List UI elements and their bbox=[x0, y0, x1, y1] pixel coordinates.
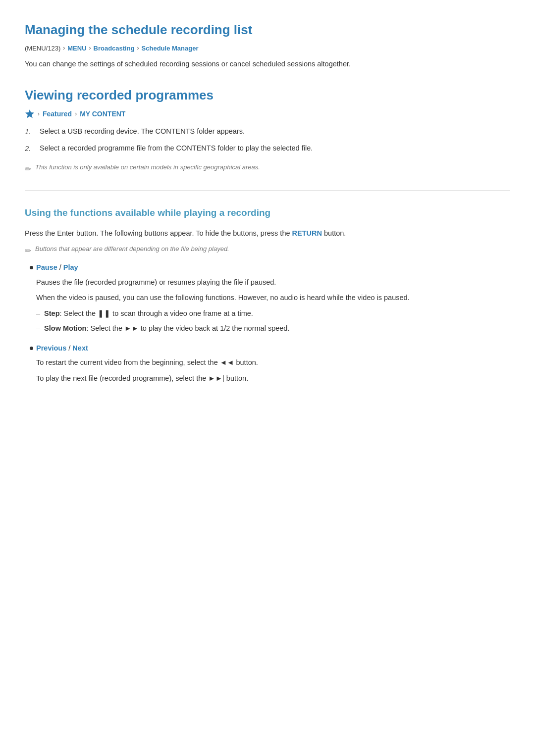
featured-link[interactable]: Featured bbox=[43, 108, 72, 119]
return-highlight: RETURN bbox=[292, 229, 322, 237]
steps-list: 1. Select a USB recording device. The CO… bbox=[25, 126, 510, 154]
pause-link[interactable]: Pause bbox=[36, 263, 57, 271]
breadcrumb-arrow1: › bbox=[63, 44, 65, 53]
play-link[interactable]: Play bbox=[63, 263, 78, 271]
slowmotion-term: Slow Motion bbox=[44, 324, 86, 332]
bullet-dot-2 bbox=[30, 347, 33, 350]
functions-section: Using the functions available while play… bbox=[25, 205, 510, 385]
sub-step-text: Step: Select the ❚❚ to scan through a vi… bbox=[44, 308, 253, 320]
step-1-number: 1. bbox=[25, 126, 34, 138]
breadcrumb-arrow3: › bbox=[137, 44, 139, 53]
section2-arrow1: › bbox=[38, 109, 40, 119]
pause-play-header: Pause / Play bbox=[30, 262, 510, 273]
my-content-link[interactable]: MY CONTENT bbox=[80, 108, 125, 119]
step-2: 2. Select a recorded programme file from… bbox=[25, 143, 510, 154]
sub-dash-1: – bbox=[36, 308, 40, 320]
slowmotion-desc: : Select the ►► to play the video back a… bbox=[86, 324, 289, 332]
sub-bullets-list: – Step: Select the ❚❚ to scan through a … bbox=[36, 308, 510, 335]
pause-play-desc2: When the video is paused, you can use th… bbox=[36, 292, 510, 304]
breadcrumb: (MENU/123) › MENU › Broadcasting › Sched… bbox=[25, 44, 510, 54]
sub-slowmotion-item: – Slow Motion: Select the ►► to play the… bbox=[36, 323, 510, 335]
press-enter-paragraph: Press the Enter button. The following bu… bbox=[25, 228, 510, 239]
press-enter-suffix: button. bbox=[322, 229, 346, 237]
svg-marker-0 bbox=[25, 109, 34, 118]
previous-next-desc1: To restart the current video from the be… bbox=[36, 357, 510, 369]
pencil-icon: ✏ bbox=[25, 163, 31, 176]
note-1-text: This function is only available on certa… bbox=[35, 162, 260, 173]
breadcrumb-menu-link[interactable]: MENU bbox=[67, 44, 86, 54]
section3-title: Using the functions available while play… bbox=[25, 205, 510, 220]
viewing-section: Viewing recorded programmes › Featured ›… bbox=[25, 85, 510, 176]
sub-step-item: – Step: Select the ❚❚ to scan through a … bbox=[36, 308, 510, 320]
breadcrumb-broadcasting-link[interactable]: Broadcasting bbox=[94, 44, 135, 54]
main-description: You can change the settings of scheduled… bbox=[25, 58, 510, 70]
section-divider bbox=[25, 190, 510, 191]
sub-slowmotion-text: Slow Motion: Select the ►► to play the v… bbox=[44, 323, 289, 335]
breadcrumb-schedule-link[interactable]: Schedule Manager bbox=[142, 44, 199, 54]
note-2-row: ✏ Buttons that appear are different depe… bbox=[25, 244, 510, 257]
bullet-dot-1 bbox=[30, 266, 33, 269]
previous-next-header: Previous / Next bbox=[30, 343, 510, 354]
section2-arrow2: › bbox=[75, 109, 77, 119]
step-2-text: Select a recorded programme file from th… bbox=[40, 143, 313, 154]
previous-next-desc2: To play the next file (recorded programm… bbox=[36, 373, 510, 385]
previous-link[interactable]: Previous bbox=[36, 344, 66, 352]
step-desc: : Select the ❚❚ to scan through a video … bbox=[60, 309, 253, 317]
note-2-text: Buttons that appear are different depend… bbox=[35, 244, 229, 254]
page-title: Managing the schedule recording list bbox=[25, 20, 510, 41]
step-term: Step bbox=[44, 309, 59, 317]
previous-next-item: Previous / Next To restart the current v… bbox=[30, 343, 510, 385]
next-link[interactable]: Next bbox=[72, 344, 88, 352]
pencil-icon-2: ✏ bbox=[25, 245, 31, 257]
note-1-row: ✏ This function is only available on cer… bbox=[25, 162, 510, 176]
pause-play-separator: / bbox=[57, 263, 63, 271]
previous-next-content: To restart the current video from the be… bbox=[36, 357, 510, 385]
step-1: 1. Select a USB recording device. The CO… bbox=[25, 126, 510, 138]
section2-nav: › Featured › MY CONTENT bbox=[25, 108, 510, 119]
star-icon bbox=[25, 109, 35, 119]
breadcrumb-part1: (MENU/123) bbox=[25, 44, 60, 54]
step-2-number: 2. bbox=[25, 143, 34, 154]
sub-dash-2: – bbox=[36, 323, 40, 335]
previous-next-label: Previous / Next bbox=[36, 343, 88, 354]
breadcrumb-arrow2: › bbox=[89, 44, 91, 53]
pause-play-label: Pause / Play bbox=[36, 262, 78, 273]
section2-title: Viewing recorded programmes bbox=[25, 85, 510, 106]
functions-list: Pause / Play Pauses the file (recorded p… bbox=[30, 262, 510, 385]
press-enter-prefix: Press the Enter button. The following bu… bbox=[25, 229, 292, 237]
step-1-text: Select a USB recording device. The CONTE… bbox=[40, 126, 245, 137]
previous-next-separator: / bbox=[66, 344, 72, 352]
pause-play-desc1: Pauses the file (recorded programme) or … bbox=[36, 277, 510, 289]
main-title-section: Managing the schedule recording list (ME… bbox=[25, 20, 510, 70]
pause-play-item: Pause / Play Pauses the file (recorded p… bbox=[30, 262, 510, 335]
pause-play-content: Pauses the file (recorded programme) or … bbox=[36, 277, 510, 335]
